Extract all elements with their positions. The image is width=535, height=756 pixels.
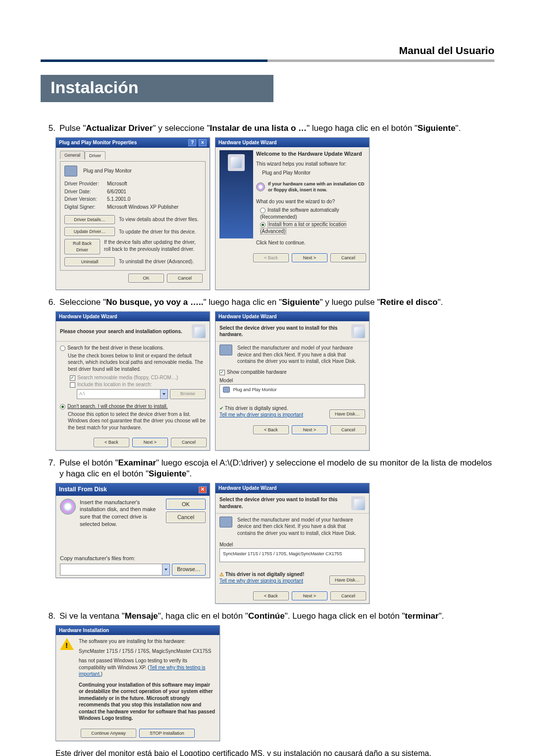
step-text: Pulse el botón "Examinar" luego escoja e… [59,458,494,480]
l: Digital Signer: [64,204,103,211]
ok-button[interactable]: OK [128,274,164,283]
t: The software you are installing for this… [79,638,215,645]
rollback-driver-button[interactable]: Roll Back Driver [64,239,100,254]
desc: If the device fails after updating the d… [104,239,201,252]
cancel-button[interactable]: Cancel [166,512,206,523]
wizard-icon [351,496,365,510]
radio-list[interactable] [260,222,266,228]
tab-driver[interactable]: Driver [85,151,106,160]
next-button[interactable]: Next > [292,591,327,600]
back-button[interactable]: < Back [253,591,289,600]
step-5: 5. Pulse "Actualizar Driver" y seleccion… [41,123,494,134]
driver-details-button[interactable]: Driver Details… [64,215,115,224]
step-text: Pulse "Actualizar Driver" y seleccione "… [59,123,494,134]
step-number: 8. [41,611,59,622]
cancel-button[interactable]: Cancel [330,591,366,600]
step-8: 8. Si ve la ventana "Mensaje", haga clic… [41,611,494,622]
cancel-button[interactable]: Cancel [167,274,203,283]
wizard-heading: Welcome to the Hardware Update Wizard [256,150,365,158]
v: Microsoft Windows XP Publisher [107,204,178,211]
v: 5.1.2001.0 [107,196,130,203]
desc: To view details about the driver files. [119,216,199,223]
radio-search[interactable] [60,346,65,351]
model-item[interactable]: Plug and Play Monitor [233,387,277,392]
back-button[interactable]: < Back [253,425,289,434]
t: ". [455,123,461,133]
window-title: Hardware Update Wizard [218,139,277,146]
window-title: Hardware Update Wizard [59,313,117,320]
browse-button[interactable]: Browse… [172,564,206,576]
have-disk-button[interactable]: Have Disk… [329,576,365,584]
step-6: 6. Seleccione "No busque, yo voy a ….." … [41,297,494,308]
t: terminar [405,611,438,621]
why-signing-link[interactable]: Tell me why driver signing is important [219,411,303,418]
update-driver-button[interactable]: Update Driver… [64,227,115,236]
l: Include this location in the search: [77,382,152,387]
model-item[interactable]: SyncMaster 171S / 175S / 170S, MagicSync… [223,551,342,556]
opt: Search for the best driver in these loca… [67,345,164,350]
t: Pulse " [59,123,86,133]
cd-hint: If your hardware came with an installati… [268,181,365,193]
t: ". [438,611,444,621]
t: " y luego pulse " [320,297,380,307]
radio-auto[interactable] [260,208,266,213]
l: Driver Date: [64,188,103,195]
t: Retire el disco [380,297,437,307]
model-list[interactable]: Plug and Play Monitor [219,384,365,398]
t: Click Next to continue. [256,239,365,246]
t: Si ve la ventana " [59,611,125,621]
wizard-banner [219,150,253,238]
t: No busque, yo voy a ….. [106,297,203,307]
next-button[interactable]: Next > [292,425,327,434]
l: Copy manufacturer's files from: [60,555,206,562]
closing-p1: Este driver del monitor está bajo el Log… [41,748,494,756]
wizard-icon [192,324,206,338]
wizard-icon [351,324,365,338]
window-titlebar: Install From Disk × [56,483,210,495]
device-name: Plug and Play Monitor [83,168,132,174]
help-icon[interactable]: ? [188,139,196,146]
heading: Select the device driver you want to ins… [219,496,351,510]
heading: Please choose your search and installati… [60,328,192,335]
have-disk-button[interactable]: Have Disk… [329,409,365,418]
ok-button[interactable]: OK [166,499,206,510]
cancel-button[interactable]: Cancel [330,425,366,434]
desc: Choose this option to select the device … [68,411,206,431]
path-field[interactable] [60,564,162,576]
monitor-icon [219,517,232,527]
t: ". [186,469,192,478]
uninstall-button[interactable]: Uninstall [64,257,115,266]
next-button[interactable]: Next > [292,253,327,262]
t: Pulse el botón " [59,458,118,467]
device-name: SyncMaster 171S / 175S / 176S, MagicSync… [79,648,215,655]
cancel-button[interactable]: Cancel [171,438,207,447]
why-signing-link[interactable]: Tell me why driver signing is important [219,578,304,584]
cancel-button[interactable]: Cancel [330,253,366,262]
t: ". Luego haga click en el botón " [285,611,405,621]
chk-compat[interactable] [219,370,225,375]
window-titlebar: Hardware Installation [56,626,219,636]
screenshot-wizard-select-unsigned: Hardware Update Wizard Select the device… [215,483,370,604]
chevron-down-icon[interactable] [162,564,170,576]
screenshot-hardware-installation: Hardware Installation The software you a… [55,625,220,741]
back-button[interactable]: < Back [94,438,129,447]
screenshot-properties: Plug and Play Monitor Properties ? × Gen… [55,137,210,290]
t: Mensaje [125,611,158,621]
tab-general[interactable]: General [60,151,85,159]
close-icon[interactable]: × [199,486,207,493]
close-icon[interactable]: × [199,139,207,146]
l: Show compatible hardware [227,369,287,375]
screenshot-install-from-disk: Install From Disk × Insert the manufactu… [55,483,210,578]
continue-anyway-button[interactable]: Continue Anyway [81,729,136,738]
page-title: Manual del Usuario [41,45,494,59]
screenshot-wizard-search: Hardware Update Wizard Please choose you… [55,311,210,451]
monitor-icon [223,387,230,393]
stop-installation-button[interactable]: STOP Installation [139,729,195,738]
radio-dontsearch[interactable] [60,404,65,409]
back-button: < Back [253,253,289,262]
monitor-icon [64,166,77,176]
t: ) [101,671,102,677]
next-button[interactable]: Next > [132,438,168,447]
model-list[interactable]: SyncMaster 171S / 175S / 170S, MagicSync… [219,548,365,562]
l: Search removable media (floppy, CD-ROM…) [77,375,178,380]
